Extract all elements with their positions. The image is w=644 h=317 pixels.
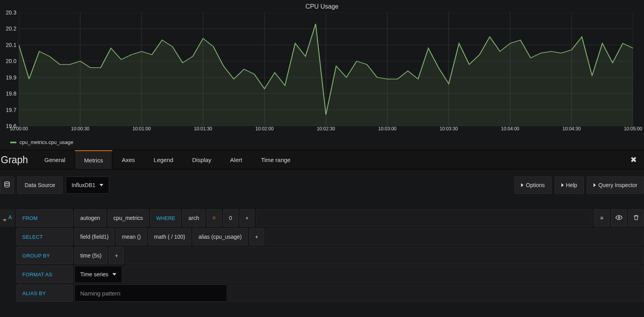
query-editor: A FROM autogen cpu_metrics WHERE arch = … [0,198,644,302]
select-math-segment[interactable]: math ( / 100) [148,228,191,245]
y-tick-label: 20.1 [6,42,16,48]
query-row-from: A FROM autogen cpu_metrics WHERE arch = … [0,209,644,227]
remove-query-button[interactable] [628,209,644,227]
chart-plot-area: 20.320.220.120.019.919.819.719.6 [19,13,633,126]
x-tick-label: 10:00:30 [71,126,90,131]
query-id-label: A [8,214,12,220]
row-filler [126,247,644,264]
query-options-button[interactable]: Options [514,177,551,194]
caret-right-icon [593,183,596,187]
groupby-keyword: GROUP BY [16,247,73,264]
tab-legend[interactable]: Legend [144,150,183,169]
x-tick-label: 10:00:00 [10,126,28,131]
x-tick-label: 10:03:00 [378,126,397,131]
chevron-down-icon [99,184,103,186]
select-alias-segment[interactable]: alias (cpu_usage) [193,228,248,245]
y-tick-label: 19.9 [6,74,16,81]
y-tick-label: 20.3 [6,9,16,16]
select-add-button[interactable]: + [249,228,264,245]
tab-time-range[interactable]: Time range [252,150,300,169]
datasource-label: Data Source [17,177,63,194]
database-icon [4,181,11,189]
help-label: Help [566,182,577,188]
query-row-tools: ≡ [594,209,644,227]
query-row-alias: ALIAS BY [0,285,644,302]
chart-title: CPU Usage [3,0,641,13]
row-filler [229,285,644,302]
legend-series-label: cpu_metrics.cpu_usage [20,139,73,145]
where-tag-key[interactable]: arch [182,209,205,227]
tab-general[interactable]: General [35,150,74,169]
x-tick-label: 10:04:30 [563,126,581,131]
x-tick-label: 10:01:00 [132,126,151,131]
menu-icon: ≡ [600,215,603,221]
format-keyword: FORMAT AS [16,266,73,283]
from-keyword: FROM [16,209,73,227]
where-add-button[interactable]: + [240,209,254,227]
datasource-row: Data Source InfluxDB1 Options Help Query… [0,169,644,198]
select-field-segment[interactable]: field (field1) [74,228,114,245]
query-inspector-button[interactable]: Query Inspector [587,177,644,194]
x-tick-label: 10:02:30 [317,126,335,131]
row-filler [256,209,592,227]
tab-axes[interactable]: Axes [112,150,144,169]
chevron-down-icon [3,219,7,222]
groupby-add-button[interactable]: + [109,247,124,264]
panel-editor-tabs: Graph GeneralMetricsAxesLegendDisplayAle… [0,150,644,169]
x-tick-label: 10:04:00 [501,126,520,131]
y-tick-label: 20.2 [6,25,16,32]
datasource-icon [0,177,14,194]
legend-swatch [10,142,16,143]
from-measurement-segment[interactable]: cpu_metrics [108,209,149,227]
tab-alert[interactable]: Alert [221,150,252,169]
row-filler [266,228,644,245]
chart-x-axis-labels: 10:00:0010:00:3010:01:0010:01:3010:02:00… [19,126,633,135]
query-row-format: FORMAT AS Time series [0,266,644,283]
trash-icon [633,214,639,222]
options-label: Options [526,182,545,188]
query-row-select: SELECT field (field1) mean () math ( / 1… [0,228,644,245]
y-tick-label: 20.0 [6,58,16,64]
groupby-time-segment[interactable]: time (5s) [74,247,107,264]
from-policy-segment[interactable]: autogen [74,209,106,227]
x-tick-label: 10:05:00 [624,126,642,131]
y-tick-label: 19.7 [6,107,16,113]
datasource-select[interactable]: InfluxDB1 [66,177,109,194]
close-icon: ✖ [630,155,637,164]
caret-right-icon [561,183,564,187]
chevron-down-icon [112,273,116,276]
toggle-visibility-button[interactable] [611,209,627,227]
tab-metrics[interactable]: Metrics [75,150,112,169]
inspector-label: Query Inspector [598,182,637,188]
format-select[interactable]: Time series [74,266,122,283]
panel-type-label: Graph [0,152,35,168]
chart-legend: cpu_metrics.cpu_usage [3,135,641,150]
x-tick-label: 10:03:30 [440,126,458,131]
select-agg-segment[interactable]: mean () [116,228,146,245]
x-tick-label: 10:02:00 [255,126,274,131]
row-filler [124,266,644,283]
close-button[interactable]: ✖ [623,150,644,169]
alias-input[interactable] [74,285,227,302]
query-row-handle[interactable]: A [0,209,15,227]
toggle-edit-mode-button[interactable]: ≡ [594,209,610,227]
select-keyword: SELECT [16,228,73,245]
caret-right-icon [521,183,523,187]
tab-display[interactable]: Display [183,150,221,169]
x-tick-label: 10:01:30 [194,126,212,131]
eye-icon [615,214,622,222]
where-keyword: WHERE [150,209,181,227]
where-operator[interactable]: = [207,209,222,227]
svg-point-19 [5,182,9,184]
svg-point-20 [618,216,620,218]
datasource-select-value: InfluxDB1 [72,182,96,188]
format-select-value: Time series [80,271,108,277]
alias-keyword: ALIAS BY [16,285,73,302]
chart-panel: CPU Usage 20.320.220.120.019.919.819.719… [0,0,644,150]
y-tick-label: 19.8 [6,90,16,97]
query-help-button[interactable]: Help [555,177,584,194]
query-row-groupby: GROUP BY time (5s) + [0,247,644,264]
where-tag-value[interactable]: 0 [223,209,238,227]
line-chart-svg [19,13,633,126]
